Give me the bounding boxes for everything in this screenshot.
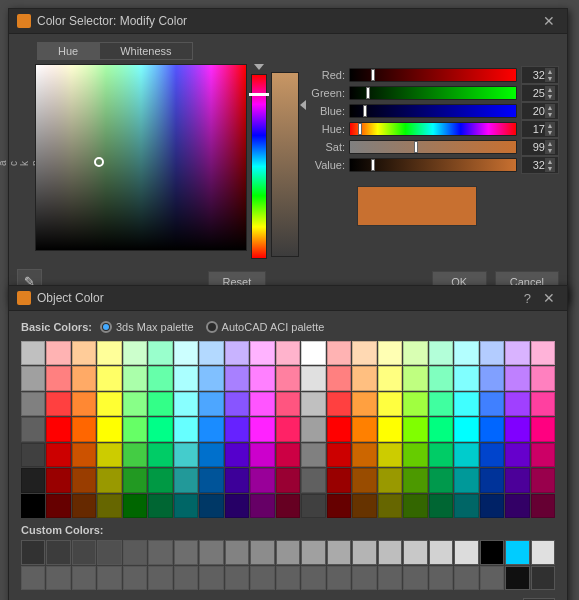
- palette-cell[interactable]: [403, 494, 427, 518]
- palette-cell[interactable]: [276, 392, 300, 416]
- spin-up-0[interactable]: ▲: [545, 68, 555, 75]
- custom-cell[interactable]: [429, 566, 453, 590]
- palette-cell[interactable]: [72, 341, 96, 365]
- palette-cell[interactable]: [403, 392, 427, 416]
- palette-cell[interactable]: [480, 392, 504, 416]
- palette-cell[interactable]: [225, 494, 249, 518]
- palette-cell[interactable]: [327, 366, 351, 390]
- palette-cell[interactable]: [352, 366, 376, 390]
- palette-cell[interactable]: [378, 341, 402, 365]
- palette-cell[interactable]: [327, 417, 351, 441]
- custom-cell[interactable]: [225, 566, 249, 590]
- palette-cell[interactable]: [276, 417, 300, 441]
- palette-cell[interactable]: [505, 341, 529, 365]
- custom-cell[interactable]: [174, 540, 198, 564]
- spin-up-2[interactable]: ▲: [545, 104, 555, 111]
- palette-cell[interactable]: [123, 443, 147, 467]
- palette-cell[interactable]: [301, 494, 325, 518]
- custom-cell[interactable]: [174, 566, 198, 590]
- palette-cell[interactable]: [72, 494, 96, 518]
- palette-cell[interactable]: [21, 366, 45, 390]
- palette-cell[interactable]: [327, 468, 351, 492]
- palette-cell[interactable]: [97, 443, 121, 467]
- custom-cell[interactable]: [97, 566, 121, 590]
- palette-cell[interactable]: [480, 443, 504, 467]
- palette-cell[interactable]: [225, 417, 249, 441]
- palette-cell[interactable]: [174, 392, 198, 416]
- palette-cell[interactable]: [352, 392, 376, 416]
- custom-cell[interactable]: [199, 566, 223, 590]
- slider-value-1[interactable]: 25▲▼: [521, 84, 559, 102]
- palette-cell[interactable]: [429, 494, 453, 518]
- custom-cell[interactable]: [378, 540, 402, 564]
- custom-cell[interactable]: [480, 540, 504, 564]
- radio-3dsmax[interactable]: 3ds Max palette: [100, 321, 194, 333]
- palette-cell[interactable]: [21, 392, 45, 416]
- palette-cell[interactable]: [21, 468, 45, 492]
- slider-value-2[interactable]: 20▲▼: [521, 102, 559, 120]
- palette-cell[interactable]: [352, 494, 376, 518]
- custom-cell[interactable]: [531, 566, 555, 590]
- palette-cell[interactable]: [480, 417, 504, 441]
- spin-up-5[interactable]: ▲: [545, 158, 555, 165]
- slider-track-1[interactable]: [349, 86, 517, 100]
- slider-track-2[interactable]: [349, 104, 517, 118]
- palette-cell[interactable]: [378, 392, 402, 416]
- spin-down-0[interactable]: ▼: [545, 75, 555, 82]
- palette-cell[interactable]: [72, 392, 96, 416]
- custom-colors-grid[interactable]: [21, 540, 555, 590]
- tab-hue[interactable]: Hue: [37, 42, 99, 60]
- palette-cell[interactable]: [327, 443, 351, 467]
- palette-cell[interactable]: [46, 366, 70, 390]
- custom-cell[interactable]: [276, 566, 300, 590]
- custom-cell[interactable]: [505, 540, 529, 564]
- palette-cell[interactable]: [21, 341, 45, 365]
- palette-cell[interactable]: [429, 443, 453, 467]
- palette-cell[interactable]: [250, 392, 274, 416]
- palette-cell[interactable]: [454, 443, 478, 467]
- custom-cell[interactable]: [72, 566, 96, 590]
- palette-cell[interactable]: [199, 494, 223, 518]
- palette-cell[interactable]: [199, 417, 223, 441]
- slider-value-3[interactable]: 17▲▼: [521, 120, 559, 138]
- palette-cell[interactable]: [225, 341, 249, 365]
- palette-cell[interactable]: [225, 468, 249, 492]
- palette-cell[interactable]: [97, 341, 121, 365]
- custom-cell[interactable]: [429, 540, 453, 564]
- palette-cell[interactable]: [301, 417, 325, 441]
- palette-cell[interactable]: [46, 341, 70, 365]
- palette-cell[interactable]: [199, 341, 223, 365]
- palette-cell[interactable]: [174, 417, 198, 441]
- palette-cell[interactable]: [174, 366, 198, 390]
- palette-cell[interactable]: [148, 417, 172, 441]
- slider-track-5[interactable]: [349, 158, 517, 172]
- custom-cell[interactable]: [72, 540, 96, 564]
- palette-cell[interactable]: [531, 494, 555, 518]
- palette-cell[interactable]: [276, 443, 300, 467]
- palette-cell[interactable]: [21, 443, 45, 467]
- palette-cell[interactable]: [199, 366, 223, 390]
- palette-cell[interactable]: [480, 341, 504, 365]
- palette-cell[interactable]: [301, 443, 325, 467]
- palette-cell[interactable]: [454, 392, 478, 416]
- palette-cell[interactable]: [72, 417, 96, 441]
- spin-down-4[interactable]: ▼: [545, 147, 555, 154]
- palette-cell[interactable]: [352, 443, 376, 467]
- palette-cell[interactable]: [199, 443, 223, 467]
- palette-cell[interactable]: [480, 366, 504, 390]
- palette-cell[interactable]: [429, 468, 453, 492]
- palette-cell[interactable]: [123, 417, 147, 441]
- palette-cell[interactable]: [250, 417, 274, 441]
- palette-cell[interactable]: [123, 494, 147, 518]
- custom-cell[interactable]: [454, 566, 478, 590]
- spinner-4[interactable]: ▲▼: [545, 140, 555, 154]
- palette-cell[interactable]: [505, 494, 529, 518]
- spinner-0[interactable]: ▲▼: [545, 68, 555, 82]
- custom-cell[interactable]: [480, 566, 504, 590]
- custom-cell[interactable]: [250, 540, 274, 564]
- palette-cell[interactable]: [378, 468, 402, 492]
- palette-cell[interactable]: [199, 392, 223, 416]
- alpha-strip[interactable]: [271, 72, 299, 257]
- palette-cell[interactable]: [250, 341, 274, 365]
- palette-cell[interactable]: [148, 341, 172, 365]
